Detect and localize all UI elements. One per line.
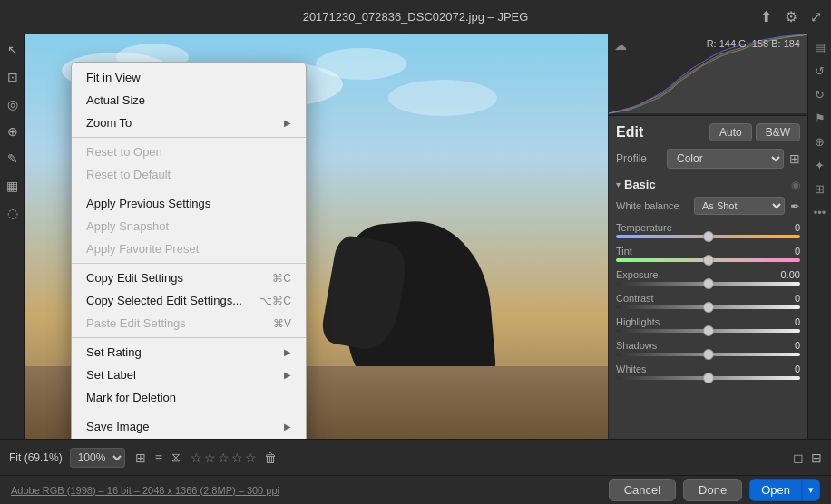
stars-area: ☆ ☆ ☆ ☆ ☆ bbox=[191, 451, 257, 465]
exposure-track[interactable] bbox=[616, 282, 800, 286]
highlights-value: 0 bbox=[773, 316, 800, 327]
zoom-select[interactable]: 100% bbox=[70, 448, 125, 468]
bw-button[interactable]: B&W bbox=[756, 123, 800, 141]
auto-button[interactable]: Auto bbox=[709, 123, 752, 141]
fullscreen-icon[interactable]: ⤢ bbox=[810, 8, 822, 25]
open-button-group: Open ▾ bbox=[749, 479, 820, 501]
menu-copy-edit[interactable]: Copy Edit Settings ⌘C bbox=[72, 267, 306, 289]
status-info[interactable]: Adobe RGB (1998) – 16 bit – 2048 x 1366 … bbox=[11, 485, 279, 496]
exposure-handle[interactable] bbox=[703, 278, 714, 289]
menu-apply-previous[interactable]: Apply Previous Settings bbox=[72, 192, 306, 215]
rotate-left-icon[interactable]: ↺ bbox=[811, 62, 829, 80]
shadows-value: 0 bbox=[773, 340, 800, 351]
histogram-values: R: 144 G: 158 B: 184 bbox=[707, 38, 800, 49]
star-5[interactable]: ☆ bbox=[245, 451, 257, 465]
histogram-cloud-icon: ☁ bbox=[614, 38, 627, 53]
menu-sep-5 bbox=[72, 412, 306, 412]
tint-handle[interactable] bbox=[703, 255, 714, 266]
profile-row: Profile Color ⊞ bbox=[616, 149, 800, 169]
wb-select[interactable]: As Shot bbox=[694, 197, 785, 215]
more-icon[interactable]: ••• bbox=[811, 203, 829, 221]
tool-healing[interactable]: ◎ bbox=[3, 94, 23, 114]
compare-icon[interactable]: ⊟ bbox=[811, 451, 822, 465]
edit-title: Edit bbox=[616, 124, 643, 141]
filter-icon[interactable]: ⧖ bbox=[169, 448, 183, 467]
share-icon[interactable]: ⬆ bbox=[760, 8, 772, 25]
grid-view-icon[interactable]: ⊞ bbox=[132, 449, 149, 467]
basic-eye-icon[interactable]: ◉ bbox=[791, 179, 800, 191]
menu-zoom-to[interactable]: Zoom To ▶ bbox=[72, 111, 306, 134]
far-right-icon-strip: ▤ ↺ ↻ ⚑ ⊕ ✦ ⊞ ••• bbox=[807, 34, 831, 439]
menu-paste-edit: Paste Edit Settings ⌘V bbox=[72, 312, 306, 334]
menu-reset-default: Reset to Default bbox=[72, 163, 306, 186]
menu-set-rating[interactable]: Set Rating ▶ bbox=[72, 341, 306, 363]
tool-brush[interactable]: ✎ bbox=[3, 149, 23, 169]
menu-apply-snapshot: Apply Snapshot bbox=[72, 215, 306, 237]
tool-radial[interactable]: ◌ bbox=[3, 203, 23, 223]
list-view-icon[interactable]: ≡ bbox=[152, 449, 165, 467]
white-balance-row: White balance As Shot ✒ bbox=[616, 197, 800, 215]
open-chevron-button[interactable]: ▾ bbox=[802, 479, 820, 501]
eyedropper-icon[interactable]: ✒ bbox=[790, 199, 800, 213]
open-button[interactable]: Open bbox=[749, 479, 802, 501]
contrast-track[interactable] bbox=[616, 305, 800, 309]
grid-icon[interactable]: ⊞ bbox=[811, 179, 829, 198]
magnify-icon[interactable]: ⊕ bbox=[811, 132, 829, 150]
menu-copy-selected[interactable]: Copy Selected Edit Settings... ⌥⌘C bbox=[72, 289, 306, 312]
status-right-buttons: Cancel Done Open ▾ bbox=[609, 479, 820, 501]
left-toolbar: ↖ ⊡ ◎ ⊕ ✎ ▦ ◌ bbox=[0, 34, 25, 439]
tint-track[interactable] bbox=[616, 258, 800, 262]
shadows-handle[interactable] bbox=[703, 349, 714, 360]
tool-crop[interactable]: ⊡ bbox=[3, 67, 23, 87]
temperature-handle[interactable] bbox=[703, 231, 714, 242]
basic-section-header: ▾ Basic ◉ bbox=[616, 178, 800, 191]
star-2[interactable]: ☆ bbox=[204, 451, 216, 465]
histogram-area: ☁ R: 144 G: 158 B: 184 bbox=[609, 34, 807, 116]
menu-sep-2 bbox=[72, 189, 306, 189]
menu-set-label[interactable]: Set Label ▶ bbox=[72, 363, 306, 386]
bottom-icons: ⊞ ≡ ⧖ bbox=[132, 448, 183, 467]
done-button[interactable]: Done bbox=[683, 479, 742, 501]
menu-actual-size[interactable]: Actual Size bbox=[72, 89, 306, 111]
image-area[interactable]: Fit in View Actual Size Zoom To ▶ Reset … bbox=[25, 34, 608, 439]
gear-icon[interactable]: ⚙ bbox=[785, 8, 797, 25]
delete-icon[interactable]: 🗑 bbox=[264, 451, 277, 465]
cancel-button[interactable]: Cancel bbox=[609, 479, 676, 501]
highlights-track[interactable] bbox=[616, 329, 800, 333]
highlights-handle[interactable] bbox=[703, 325, 714, 336]
star-3[interactable]: ☆ bbox=[218, 451, 230, 465]
menu-apply-favorite: Apply Favorite Preset bbox=[72, 237, 306, 260]
histogram-toggle-icon[interactable]: ▤ bbox=[811, 38, 829, 56]
shadows-track[interactable] bbox=[616, 353, 800, 356]
star-1[interactable]: ☆ bbox=[191, 451, 202, 465]
basic-chevron[interactable]: ▾ bbox=[616, 179, 621, 189]
profile-select[interactable]: Color bbox=[667, 149, 784, 169]
profile-grid-icon[interactable]: ⊞ bbox=[789, 151, 800, 166]
wb-label: White balance bbox=[616, 200, 689, 211]
crop-square-icon[interactable]: ◻ bbox=[793, 451, 804, 465]
zoom-fit-label: Fit (69.1%) bbox=[9, 451, 63, 464]
star-4[interactable]: ☆ bbox=[231, 451, 243, 465]
brush-icon[interactable]: ✦ bbox=[811, 156, 829, 174]
status-bar: Adobe RGB (1998) – 16 bit – 2048 x 1366 … bbox=[0, 475, 831, 504]
whites-handle[interactable] bbox=[703, 373, 714, 383]
tool-redeye[interactable]: ⊕ bbox=[3, 121, 23, 141]
whites-track[interactable] bbox=[616, 376, 800, 380]
menu-reset-open: Reset to Open bbox=[72, 141, 306, 163]
tool-gradient[interactable]: ▦ bbox=[3, 176, 23, 196]
exposure-value: 0.00 bbox=[773, 269, 800, 280]
menu-fit-in-view[interactable]: Fit in View bbox=[72, 66, 306, 89]
menu-mark-deletion[interactable]: Mark for Deletion bbox=[72, 386, 306, 409]
save-image-arrow: ▶ bbox=[284, 422, 291, 431]
temperature-value: 0 bbox=[773, 222, 800, 233]
tool-cursor[interactable]: ↖ bbox=[3, 40, 23, 60]
temperature-track[interactable] bbox=[616, 235, 800, 238]
menu-save-image[interactable]: Save Image ▶ bbox=[72, 415, 306, 438]
context-menu: Fit in View Actual Size Zoom To ▶ Reset … bbox=[71, 62, 307, 439]
whites-label: Whites bbox=[616, 363, 647, 374]
rotate-right-icon[interactable]: ↻ bbox=[811, 85, 829, 103]
contrast-handle[interactable] bbox=[703, 302, 714, 313]
tint-slider-row: Tint 0 bbox=[616, 246, 800, 262]
flag-icon[interactable]: ⚑ bbox=[811, 109, 829, 127]
right-panel: ☁ R: 144 G: 158 B: 184 Edit Auto B&W bbox=[608, 34, 807, 439]
